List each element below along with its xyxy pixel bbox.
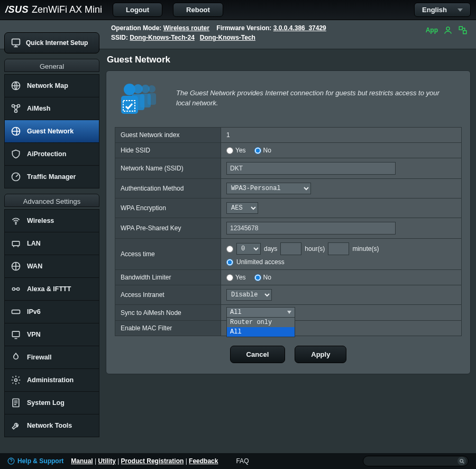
sidebar: Quick Internet Setup General Network Map… xyxy=(0,28,104,457)
nav-lan[interactable]: LAN xyxy=(4,232,99,255)
page-description: The Guest Network provides Internet conn… xyxy=(176,88,451,109)
footer-link-feedback[interactable]: Feedback xyxy=(189,457,218,465)
enc-select[interactable]: AES xyxy=(226,202,258,214)
nav-administration[interactable]: Administration xyxy=(4,369,99,392)
hours-input[interactable] xyxy=(280,242,301,255)
ssid-value-1[interactable]: Dong-Knows-Tech xyxy=(200,34,255,41)
nav-label: AiProtection xyxy=(27,150,66,158)
qis-label: Quick Internet Setup xyxy=(26,39,88,47)
row-label-mac: Enable MAC Filter xyxy=(115,321,221,336)
row-label-bw: Bandwidth Limiter xyxy=(115,270,221,285)
bw-yes[interactable]: Yes xyxy=(226,274,246,281)
apply-button[interactable]: Apply xyxy=(295,346,346,363)
nav-label: LAN xyxy=(27,240,41,247)
days-label: days xyxy=(264,245,277,252)
nav-label: WAN xyxy=(27,263,42,270)
minutes-input[interactable] xyxy=(328,242,349,255)
svg-point-10 xyxy=(15,223,16,224)
nav-network-tools[interactable]: Network Tools xyxy=(4,414,99,437)
nav-guest-network[interactable]: Guest Network xyxy=(4,120,99,143)
days-select[interactable]: 0 xyxy=(236,243,261,255)
sync-option-router[interactable]: Router only xyxy=(227,318,295,327)
guest-icon xyxy=(10,125,22,137)
mesh-icon[interactable] xyxy=(458,25,468,35)
fw-label: Firmware Version: xyxy=(216,24,271,32)
svg-point-17 xyxy=(15,379,17,382)
nav-system-log[interactable]: System Log xyxy=(4,392,99,414)
nav-wireless[interactable]: Wireless xyxy=(4,209,99,232)
minutes-label: minute(s) xyxy=(352,245,379,252)
lan-icon xyxy=(10,238,22,249)
product-name: ZenWiFi AX Mini xyxy=(32,4,102,15)
nav-firewall[interactable]: Firewall xyxy=(4,346,99,369)
psk-input[interactable] xyxy=(226,222,396,234)
intranet-select[interactable]: Disable xyxy=(226,289,272,301)
brand-logo: /SUS xyxy=(5,4,29,15)
faq-search[interactable] xyxy=(363,456,469,466)
auth-select[interactable]: WPA3-Personal xyxy=(226,183,311,194)
globe-icon xyxy=(10,80,22,92)
search-icon xyxy=(457,457,466,465)
row-label-intranet: Access Intranet xyxy=(115,285,221,305)
access-unlimited-radio[interactable] xyxy=(226,259,233,266)
ssid-label: SSID: xyxy=(111,34,128,41)
logout-button[interactable]: Logout xyxy=(113,3,162,17)
chevron-down-icon xyxy=(287,311,291,314)
bw-no[interactable]: No xyxy=(254,274,271,281)
access-limited-radio[interactable] xyxy=(226,246,233,252)
gauge-icon xyxy=(10,171,22,183)
row-label-auth: Authentication Method xyxy=(115,179,221,199)
mesh-nav-icon xyxy=(10,103,22,114)
quick-internet-setup[interactable]: Quick Internet Setup xyxy=(4,32,99,53)
language-label: English xyxy=(422,6,447,14)
alexa-icon xyxy=(10,283,22,295)
nav-wan[interactable]: WAN xyxy=(4,255,99,278)
nav-ipv6[interactable]: IPv6 xyxy=(4,301,99,323)
svg-rect-2 xyxy=(463,31,466,34)
row-label-enc: WPA Encryption xyxy=(115,199,221,218)
nav-aiprotection[interactable]: AiProtection xyxy=(4,143,99,166)
language-selector[interactable]: English xyxy=(414,3,471,17)
firewall-icon xyxy=(10,351,22,363)
ipv6-icon xyxy=(10,306,22,318)
nav-traffic-manager[interactable]: Traffic Manager xyxy=(4,166,99,188)
chevron-down-icon xyxy=(457,8,463,12)
nav-label: Network Tools xyxy=(27,422,72,429)
svg-point-25 xyxy=(124,84,135,95)
hide-ssid-no[interactable]: No xyxy=(254,147,271,154)
opmode-value[interactable]: Wireless router xyxy=(163,24,209,32)
reboot-button[interactable]: Reboot xyxy=(173,3,223,17)
nav-vpn[interactable]: VPN xyxy=(4,323,99,346)
unlimited-label: Unlimited access xyxy=(236,258,285,266)
cancel-button[interactable]: Cancel xyxy=(230,346,286,363)
nav-head-advanced: Advanced Settings xyxy=(4,194,99,207)
sync-selected: All xyxy=(230,309,242,316)
hide-ssid-yes[interactable]: Yes xyxy=(226,147,246,154)
footer-link-manual[interactable]: Manual xyxy=(71,457,93,465)
nav-network-map[interactable]: Network Map xyxy=(4,74,99,97)
nav-label: IPv6 xyxy=(27,308,41,315)
ssid-value-0[interactable]: Dong-Knows-Tech-24 xyxy=(130,34,194,41)
ssid-input[interactable] xyxy=(226,162,396,175)
user-icon[interactable] xyxy=(443,25,453,35)
row-label-hide-ssid: Hide SSID xyxy=(115,143,221,158)
nav-aimesh[interactable]: AiMesh xyxy=(4,97,99,120)
main-content: Guest Network xyxy=(104,49,476,457)
hours-label: hour(s) xyxy=(305,245,325,252)
nav-alexa-ifttt[interactable]: Alexa & IFTTT xyxy=(4,278,99,301)
sync-option-all[interactable]: All xyxy=(227,327,295,337)
footer-link-utility[interactable]: Utility xyxy=(98,457,115,465)
guest-illustration-icon xyxy=(118,82,166,115)
svg-rect-16 xyxy=(12,331,19,337)
nav-label: Wireless xyxy=(27,217,54,224)
footer-link-registration[interactable]: Product Registration xyxy=(121,457,184,465)
row-value-index: 1 xyxy=(221,128,462,143)
help-support-link[interactable]: Help & Support xyxy=(7,457,63,465)
svg-point-0 xyxy=(446,27,450,30)
settings-table: Guest Network index 1 Hide SSID Yes No N… xyxy=(115,127,462,336)
app-link[interactable]: App xyxy=(426,26,438,34)
fw-value[interactable]: 3.0.0.4.386_37429 xyxy=(273,24,326,32)
nav-label: AiMesh xyxy=(27,105,50,112)
vpn-icon xyxy=(10,329,22,340)
sync-dropdown-open[interactable]: All Router only All xyxy=(226,307,295,337)
